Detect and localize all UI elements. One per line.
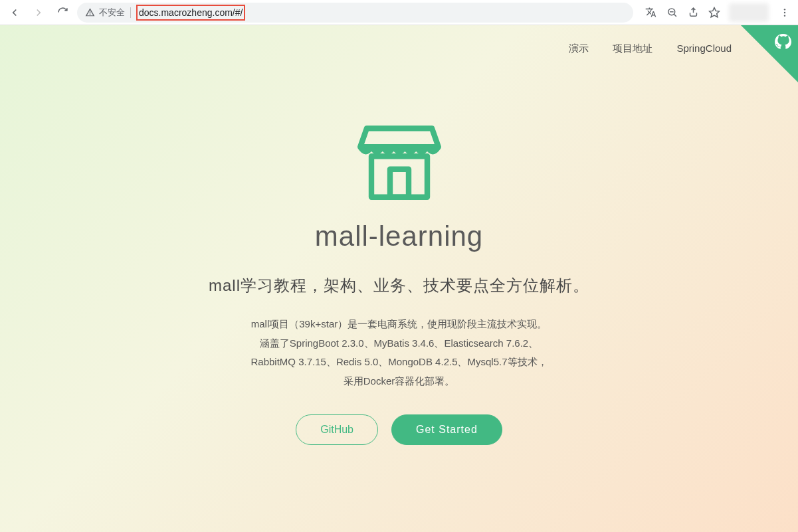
translate-icon[interactable]: [644, 6, 657, 19]
desc-line-1: mall项目（39k+star）是一套电商系统，使用现阶段主流技术实现。: [250, 315, 547, 334]
desc-line-4: 采用Docker容器化部署。: [250, 372, 547, 391]
browser-toolbar: 不安全 docs.macrozheng.com/#/: [0, 0, 798, 25]
get-started-button[interactable]: Get Started: [391, 414, 502, 445]
nav-link-repo[interactable]: 项目地址: [613, 43, 652, 55]
url-highlight-box: docs.macrozheng.com/#/: [136, 6, 245, 19]
page-subtitle: mall学习教程，架构、业务、技术要点全方位解析。: [209, 275, 589, 296]
svg-rect-7: [371, 156, 427, 197]
url-text: docs.macrozheng.com/#/: [139, 7, 243, 18]
svg-marker-3: [710, 7, 720, 17]
bookmark-star-icon[interactable]: [708, 6, 721, 19]
divider: [130, 7, 131, 18]
security-indicator[interactable]: 不安全: [85, 7, 125, 19]
svg-point-5: [784, 11, 785, 13]
share-icon[interactable]: [686, 6, 700, 19]
svg-rect-8: [390, 169, 409, 197]
nav-link-demo[interactable]: 演示: [569, 43, 589, 55]
extension-blurred[interactable]: [729, 3, 769, 22]
page-title: mall-learning: [315, 221, 483, 252]
forward-button[interactable]: [29, 3, 48, 22]
store-icon: [353, 112, 446, 207]
page-content: 演示 项目地址 SpringCloud mall-learning mall学习…: [0, 25, 798, 532]
svg-point-6: [784, 15, 785, 16]
warning-icon: [85, 7, 95, 17]
desc-line-2: 涵盖了SpringBoot 2.3.0、MyBatis 3.4.6、Elasti…: [250, 334, 547, 353]
zoom-icon[interactable]: [665, 6, 678, 19]
back-button[interactable]: [5, 3, 24, 22]
desc-line-3: RabbitMQ 3.7.15、Redis 5.0、MongoDB 4.2.5、…: [250, 353, 547, 372]
security-label: 不安全: [99, 7, 125, 19]
github-button[interactable]: GitHub: [296, 414, 378, 445]
toolbar-icons: [644, 3, 793, 22]
reload-button[interactable]: [53, 3, 72, 22]
svg-line-2: [674, 14, 676, 17]
address-bar[interactable]: 不安全 docs.macrozheng.com/#/: [77, 3, 633, 23]
hero: mall-learning mall学习教程，架构、业务、技术要点全方位解析。 …: [0, 25, 798, 445]
hero-buttons: GitHub Get Started: [296, 414, 502, 445]
github-cat-icon: [774, 33, 791, 53]
svg-point-4: [784, 9, 785, 10]
nav-link-springcloud[interactable]: SpringCloud: [676, 43, 732, 55]
page-description: mall项目（39k+star）是一套电商系统，使用现阶段主流技术实现。 涵盖了…: [250, 315, 547, 391]
top-nav: 演示 项目地址 SpringCloud: [569, 43, 732, 55]
menu-button[interactable]: [777, 5, 793, 21]
